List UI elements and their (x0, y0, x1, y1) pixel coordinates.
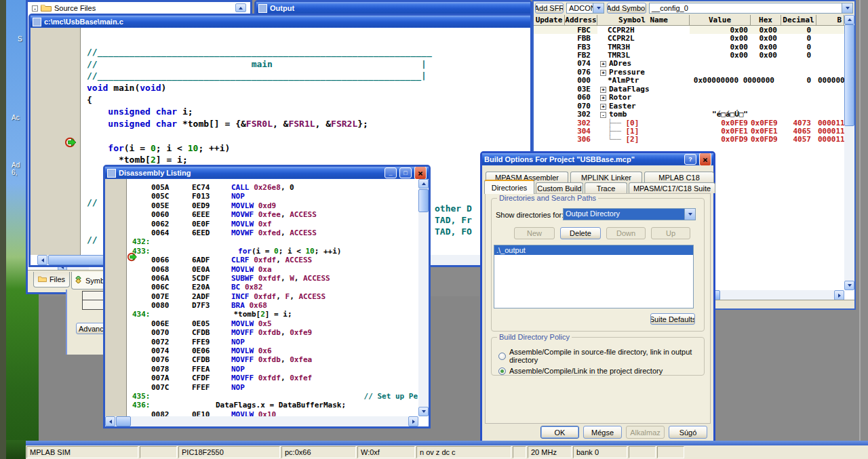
minimize-button[interactable]: _ (384, 167, 397, 178)
expand-icon[interactable]: + (600, 87, 606, 93)
dialog-tab[interactable]: Trace (585, 182, 627, 193)
watch-row[interactable]: 03E+DataFlags (534, 85, 844, 93)
sfr-combo[interactable]: ADCON0 (566, 3, 604, 14)
window-edge-line (859, 0, 861, 441)
close-button[interactable]: × (414, 167, 427, 179)
code-fragment: // (87, 235, 98, 245)
execution-arrow-icon (127, 252, 139, 264)
window-title: Disassembly Listing (119, 169, 191, 177)
watch-row[interactable]: FBCCCPR2H0x000x000 (534, 26, 844, 34)
radio-icon[interactable] (498, 353, 506, 360)
dialog-tab[interactable]: MPLINK Linker (570, 172, 642, 182)
arrow-up-icon (239, 5, 243, 9)
watch-row[interactable]: 302-tomb"é□á□Ú□" (534, 110, 844, 118)
expand-icon[interactable]: - (600, 112, 606, 118)
chevron-down-icon[interactable] (842, 3, 852, 13)
watch-column-header[interactable]: Address (565, 15, 597, 25)
new-button[interactable]: New (514, 227, 555, 239)
dialog-titlebar[interactable]: Build Options For Project "USBBase.mcp" … (482, 153, 713, 165)
output-titlebar[interactable]: Output (256, 2, 530, 14)
radio-option[interactable]: Assemble/Compile/Link in the project dir… (498, 367, 701, 375)
watch-row[interactable]: 074+ADres (534, 60, 844, 68)
disassembly-lines[interactable]: 005AEC74CALL 0x26e8, 0005CF013NOP005E0ED… (132, 183, 418, 419)
radio-icon[interactable] (498, 367, 506, 375)
watch-row[interactable]: 306└── [2]0x0FD90x0FD94057000011 (534, 136, 844, 144)
mégse-button[interactable]: Mégse (583, 426, 622, 439)
status-cell (629, 446, 656, 458)
expand-icon[interactable]: + (600, 70, 606, 76)
code-line: unsigned char i; (87, 106, 432, 119)
disassembly-vscrollbar[interactable] (418, 179, 429, 416)
watch-row[interactable]: 304├── [1]0x0FE10x0FE14065000011 (534, 127, 844, 135)
watch-row[interactable]: FB2TMR3L0x000x000 (534, 51, 844, 59)
execution-arrow-icon (65, 137, 79, 151)
chevron-down-icon[interactable] (593, 3, 604, 13)
watch-column-header[interactable]: Update (534, 15, 565, 25)
directory-list-item[interactable]: .\_output (494, 245, 693, 255)
editor-code[interactable]: //______________________________________… (87, 47, 432, 167)
dialog-tab[interactable]: MPLAB C18 (644, 172, 714, 182)
close-button[interactable]: × (699, 153, 711, 165)
watch-column-header[interactable]: Symbol Name (597, 15, 690, 25)
súgó-button[interactable]: Súgó (669, 426, 707, 439)
panel-box (82, 291, 104, 310)
watch-column-header[interactable]: Value (690, 15, 751, 25)
disassembly-hscrollbar[interactable] (105, 416, 418, 426)
editor-titlebar[interactable]: c:\mc\UsbBase\main.c (31, 16, 530, 28)
disassembly-gutter[interactable] (105, 179, 127, 416)
status-bar: MPLAB SIMPIC18F2550pc:0x66W:0xfn ov z dc… (26, 445, 868, 459)
expand-icon[interactable]: + (600, 104, 606, 110)
watch-column-header[interactable]: Decimal (781, 15, 816, 25)
disassembly-line: 006A5CDFSUBWF 0xfdf, W, ACCESS (132, 274, 418, 283)
radio-option[interactable]: Assemble/Compile in source-file director… (498, 348, 701, 364)
add-sfr-button[interactable]: Add SFR (535, 3, 564, 14)
disassembly-line: 007CFFEFNOP (132, 383, 418, 392)
watch-vscrollbar[interactable] (844, 15, 854, 290)
disassembly-line: 005AEC74CALL 0x26e8, 0 (132, 183, 418, 192)
watch-row[interactable]: 076+Pressure (534, 68, 844, 76)
down-button[interactable]: Down (606, 227, 646, 239)
code-fragment: TAD, Fr (435, 215, 472, 225)
scroll-up-button[interactable] (235, 3, 246, 12)
advanced-button[interactable]: Advance (76, 323, 106, 334)
disassembly-line: 432: (132, 237, 418, 246)
watch-row[interactable]: FB3TMR3H0x000x000 (534, 43, 844, 51)
disassembly-line: 007ACFDFMOVFF 0xfdf, 0xfef (132, 374, 418, 382)
disassembly-titlebar[interactable]: Disassembly Listing _ □ × (105, 167, 429, 179)
disassembly-line: 434: *tomb[2] = i; (132, 310, 418, 319)
tree-item-source-files[interactable]: - Source Files (32, 3, 96, 13)
watch-column-header[interactable]: Hex (751, 15, 781, 25)
watch-row[interactable]: 070+Easter (534, 102, 844, 110)
alkalmaz-button[interactable]: Alkalmaz (626, 426, 665, 439)
status-cell: MPLAB SIM (26, 446, 138, 458)
expand-icon[interactable]: + (600, 95, 606, 101)
ok-button[interactable]: OK (540, 426, 579, 439)
directories-list[interactable]: .\_output (494, 245, 694, 308)
window-title: Output (270, 4, 294, 12)
watch-row[interactable]: 060+Rotor (534, 94, 844, 102)
symbol-combo[interactable]: __config_0 (649, 3, 853, 14)
help-button[interactable]: ? (684, 154, 696, 165)
dialog-title: Build Options For Project "USBBase.mcp" (484, 155, 635, 163)
maximize-button[interactable]: □ (399, 167, 412, 178)
watch-column-header[interactable]: B (816, 15, 844, 25)
symbols-icon (75, 276, 83, 285)
dialog-tabs-front: DirectoriesCustom BuildTraceMPASM/C17/C1… (484, 182, 715, 194)
show-directories-combo[interactable]: Output Directory (563, 208, 696, 220)
chevron-down-icon[interactable] (684, 209, 695, 220)
watch-row[interactable]: 000*AlmPtr0x00000000 00000000000000 (534, 77, 844, 85)
code-fragment: other D (435, 203, 472, 214)
add-symbol-button[interactable]: Add Symbol (607, 3, 646, 14)
tab-files[interactable]: Files (33, 272, 70, 287)
dialog-tab[interactable]: Directories (484, 180, 534, 194)
watch-row[interactable]: 302├── [0]0x0FE90x0FE94073000011 (534, 119, 844, 127)
dialog-tab[interactable]: Custom Build (536, 182, 583, 193)
suite-defaults-button[interactable]: Suite Defaults (650, 313, 695, 325)
up-button[interactable]: Up (651, 227, 690, 239)
dialog-tab[interactable]: MPASM/C17/C18 Suite (629, 182, 715, 193)
tree-expander-icon[interactable]: - (32, 5, 38, 12)
code-line (87, 131, 432, 143)
watch-row[interactable]: FBBCCPR2L0x000x000 (534, 34, 844, 42)
delete-button[interactable]: Delete (560, 227, 601, 239)
expand-icon[interactable]: + (600, 61, 606, 67)
